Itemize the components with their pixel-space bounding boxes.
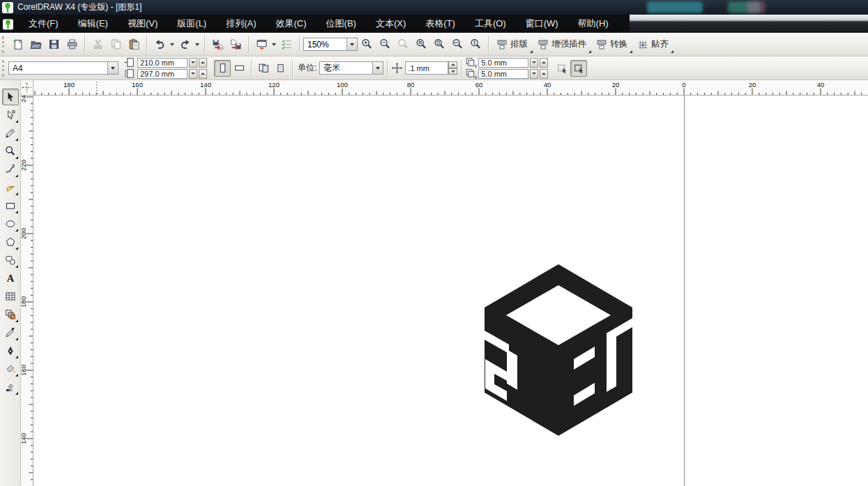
snap-button[interactable]: 贴齐 <box>633 36 674 54</box>
print-button[interactable] <box>63 36 81 54</box>
nudge-offset-input[interactable]: .1 mm <box>405 61 448 75</box>
current-page-button[interactable] <box>272 60 289 77</box>
jb-cube-logo[interactable] <box>483 264 634 439</box>
pick-tool[interactable] <box>2 89 19 105</box>
horizontal-ruler[interactable]: 1801601401201008060402002040 <box>33 80 868 96</box>
treat-as-filled-toggle[interactable] <box>554 60 570 77</box>
menu-item-12[interactable]: 帮助(H) <box>568 15 618 33</box>
rectangle-tool[interactable] <box>2 197 19 214</box>
zoom-tool[interactable] <box>2 143 19 160</box>
application-launcher-dropdown[interactable] <box>271 36 277 54</box>
interactive-fill-tool[interactable] <box>2 379 19 395</box>
eyedropper-icon <box>5 327 16 338</box>
pick-icon <box>5 91 16 102</box>
zoom-page-button[interactable] <box>430 36 448 54</box>
paper-height-down-button[interactable] <box>189 69 197 79</box>
menu-item-8[interactable]: 文本(X) <box>366 15 416 33</box>
zoom-all-objects-button[interactable] <box>412 36 430 54</box>
zoom-in-button[interactable] <box>358 36 376 54</box>
export-icon <box>230 38 242 50</box>
duplicate-x-input[interactable]: 5.0 mm <box>478 58 528 68</box>
paper-size-combo[interactable]: A4 <box>8 61 119 75</box>
undo-dropdown[interactable] <box>169 36 176 54</box>
zoom-in-icon <box>361 38 373 50</box>
ruler-origin-button[interactable] <box>21 80 33 96</box>
menu-item-3[interactable]: 视图(V) <box>118 15 167 33</box>
polygon-tool[interactable] <box>2 234 19 250</box>
portrait-button[interactable] <box>214 60 231 77</box>
fill-tool[interactable] <box>2 360 19 377</box>
duplicate-y-input[interactable]: 5.0 mm <box>478 69 528 79</box>
toolbar-separator <box>248 36 249 53</box>
toolbar-grip[interactable] <box>2 60 6 77</box>
menu-item-9[interactable]: 表格(T) <box>416 15 465 33</box>
smart-fill-tool[interactable] <box>2 179 19 196</box>
treat-as-filled-icon <box>556 62 568 74</box>
menu-item-10[interactable]: 工具(O) <box>465 15 516 33</box>
zoom-level-combo[interactable]: 150% <box>303 38 358 51</box>
paper-width-down-button[interactable] <box>189 58 197 68</box>
ellipse-icon <box>5 218 16 229</box>
undo-button[interactable] <box>151 36 169 54</box>
interactive-blend-tool[interactable] <box>2 306 19 323</box>
save-button[interactable] <box>45 36 63 54</box>
import-button[interactable] <box>208 36 227 54</box>
nudge-up-button[interactable] <box>448 61 457 68</box>
menu-item-4[interactable]: 版面(L) <box>167 15 216 33</box>
menu-item-2[interactable]: 编辑(E) <box>68 15 118 33</box>
chevron-down-icon[interactable] <box>347 38 358 51</box>
paper-height-icon <box>124 68 136 79</box>
basic-shapes-tool[interactable] <box>2 252 19 268</box>
chevron-down-icon[interactable] <box>372 61 383 75</box>
eyedropper-tool[interactable] <box>2 324 19 341</box>
paper-width-up-button[interactable] <box>199 58 207 68</box>
title-bar[interactable]: CorelDRAW X4 (专业版) - [图形1] <box>0 0 868 15</box>
paper-height-up-button[interactable] <box>199 69 207 79</box>
bounding-box-toggle[interactable] <box>570 60 587 77</box>
convert-button[interactable]: 转换 <box>592 36 633 54</box>
landscape-button[interactable] <box>231 60 248 77</box>
menu-item-1[interactable]: 文件(F) <box>19 15 68 33</box>
new-button[interactable] <box>8 36 26 54</box>
nudge-down-button[interactable] <box>448 68 457 75</box>
duplicate-y-up-button[interactable] <box>540 69 548 79</box>
svg-text:160: 160 <box>132 81 143 89</box>
outline-pen-tool[interactable] <box>2 342 19 359</box>
redo-dropdown[interactable] <box>194 36 201 54</box>
options-checklist-button[interactable] <box>277 36 296 54</box>
shape-tool[interactable] <box>2 107 19 123</box>
menu-item-7[interactable]: 位图(B) <box>317 15 366 33</box>
chevron-down-icon[interactable] <box>107 61 119 75</box>
duplicate-y-down-button[interactable] <box>530 69 538 79</box>
svg-text:20: 20 <box>749 81 756 89</box>
export-button[interactable] <box>227 36 245 54</box>
text-tool[interactable]: A <box>2 270 19 287</box>
paper-height-input[interactable]: 297.0 mm <box>137 69 188 79</box>
toolbar-grip[interactable] <box>2 36 6 53</box>
menu-item-6[interactable]: 效果(C) <box>266 15 317 33</box>
ellipse-tool[interactable] <box>2 215 19 232</box>
units-combo[interactable]: 毫米 <box>319 61 383 75</box>
redo-icon <box>179 38 191 50</box>
duplicate-x-up-button[interactable] <box>540 58 548 68</box>
table-tool[interactable] <box>2 288 19 305</box>
open-button[interactable] <box>26 36 45 54</box>
drawing-canvas[interactable] <box>33 96 868 486</box>
redo-button[interactable] <box>176 36 194 54</box>
application-launcher-button[interactable] <box>252 36 271 54</box>
menu-item-5[interactable]: 排列(A) <box>216 15 266 33</box>
freehand-tool[interactable] <box>2 161 19 178</box>
paper-width-input[interactable]: 210.0 mm <box>137 58 188 68</box>
menu-item-11[interactable]: 窗口(W) <box>516 15 568 33</box>
paste-button[interactable] <box>125 36 143 54</box>
zoom-height-button[interactable] <box>466 36 485 54</box>
zoom-out-icon <box>379 38 391 50</box>
zoom-width-button[interactable] <box>448 36 466 54</box>
all-pages-button[interactable] <box>255 60 272 77</box>
crop-tool[interactable] <box>2 125 19 142</box>
vertical-ruler[interactable]: 240220200180160140 <box>21 96 33 486</box>
duplicate-x-down-button[interactable] <box>530 58 538 68</box>
zoom-out-button[interactable] <box>376 36 394 54</box>
enhanced-plugins-button[interactable]: 增强插件 <box>533 36 592 54</box>
imposition-button[interactable]: 排版 <box>492 36 533 54</box>
